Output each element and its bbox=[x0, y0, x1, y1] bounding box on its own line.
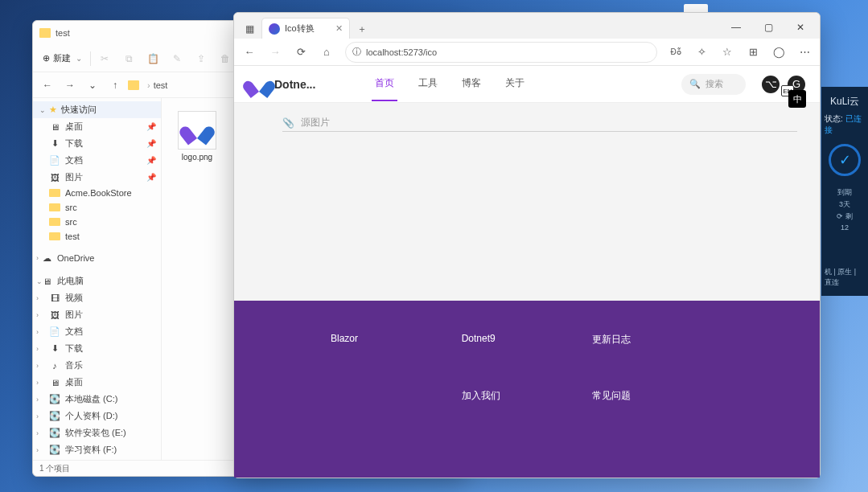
tab-close-button[interactable]: ✕ bbox=[335, 23, 343, 34]
footer-link-join[interactable]: 加入我们 bbox=[462, 389, 593, 445]
close-button[interactable]: ✕ bbox=[784, 16, 817, 39]
sidebar-section-quick[interactable]: ⌄★ 快速访问 bbox=[33, 101, 161, 118]
page-footer: Blazor Dotnet9 更新日志 加入我们 常见问题 bbox=[234, 301, 820, 478]
status-ring-icon[interactable]: ✓ bbox=[829, 144, 861, 176]
share-button[interactable]: ⇪ bbox=[191, 48, 212, 69]
sidebar-item-folder[interactable]: Acme.BookStore bbox=[33, 186, 161, 200]
sidebar-item-folder[interactable]: src bbox=[33, 215, 161, 229]
search-icon: 🔍 bbox=[689, 79, 701, 89]
search-placeholder: 搜索 bbox=[706, 78, 723, 90]
sidebar-item-drive-g[interactable]: ›💿CD 驱动器 (G:) bbox=[33, 458, 161, 460]
tab-favicon bbox=[269, 23, 280, 35]
footer-link-dotnet9[interactable]: Dotnet9 bbox=[462, 333, 593, 389]
footer-link-faq[interactable]: 常见问题 bbox=[592, 389, 723, 445]
sidebar-item-drive-c[interactable]: ›💽本地磁盘 (C:) bbox=[33, 391, 161, 408]
sidebar-item-music[interactable]: ›♪音乐 bbox=[33, 357, 161, 374]
sidebar-item-drive-e[interactable]: ›💽软件安装包 (E:) bbox=[33, 424, 161, 441]
nav-back[interactable]: ← bbox=[237, 42, 261, 63]
nav-back[interactable]: ← bbox=[38, 76, 57, 95]
sidebar-item-downloads[interactable]: ›⬇下载 bbox=[33, 340, 161, 357]
window-title: test bbox=[56, 28, 70, 38]
brand-text: Dotne... bbox=[274, 78, 315, 91]
nav-recent[interactable]: ⌄ bbox=[83, 76, 102, 95]
nav-up[interactable]: ↑ bbox=[105, 76, 125, 95]
cut-button[interactable]: ✂ bbox=[94, 48, 115, 69]
github-icon[interactable]: ⌥ bbox=[762, 76, 780, 93]
sidebar-item-folder[interactable]: src bbox=[33, 200, 161, 215]
nav-forward[interactable]: → bbox=[263, 42, 287, 63]
drop-label: 源图片 bbox=[301, 116, 330, 129]
folder-icon bbox=[128, 80, 139, 90]
sidebar-section-thispc[interactable]: ⌄🖥此电脑 bbox=[33, 273, 161, 289]
vpn-side-panel: KuLi云 状态: 已连接 ✓ 到期 3天 ⟳ 剩 12 机 | 原生 | 直连 bbox=[821, 87, 868, 296]
nav-tools[interactable]: 工具 bbox=[415, 67, 441, 101]
sidebar-section-onedrive[interactable]: ›☁OneDrive bbox=[33, 250, 161, 266]
sidebar-item-documents[interactable]: 📄文档📌 bbox=[33, 152, 161, 169]
panel-title: KuLi云 bbox=[830, 95, 859, 109]
url-text: localhost:5273/ico bbox=[366, 47, 437, 57]
panel-meta-2: ⟳ 剩 12 bbox=[837, 211, 853, 232]
panel-meta: 到期 3天 bbox=[837, 187, 852, 210]
sidebar-item-desktop[interactable]: ›🖥桌面 bbox=[33, 374, 161, 391]
sidebar-item-downloads[interactable]: ⬇下载📌 bbox=[33, 135, 161, 152]
sidebar-item-desktop[interactable]: 🖥桌面📌 bbox=[33, 118, 161, 135]
collections-button[interactable]: ⊞ bbox=[741, 42, 765, 63]
tab-title: Ico转换 bbox=[285, 23, 315, 35]
sidebar-item-documents[interactable]: ›📄文档 bbox=[33, 323, 161, 340]
maximize-button[interactable]: ▢ bbox=[752, 16, 784, 39]
footer-link-blazor[interactable]: Blazor bbox=[331, 333, 462, 389]
address-bar[interactable]: ⓘ localhost:5273/ico bbox=[345, 42, 657, 63]
file-thumbnail bbox=[178, 111, 216, 150]
rename-button[interactable]: ✎ bbox=[167, 48, 187, 69]
site-info-icon[interactable]: ⓘ bbox=[352, 46, 361, 58]
page-content: Dotne... 首页 工具 博客 关于 🔍 搜索 ⌥ G EN 中 📎 源图片 bbox=[234, 66, 820, 478]
sidebar-item-drive-f[interactable]: ›💽学习资料 (F:) bbox=[33, 441, 161, 458]
browser-toolbar: ← → ⟳ ⌂ ⓘ localhost:5273/ico Đỗ ✧ ☆ ⊞ ◯ … bbox=[234, 39, 820, 66]
panel-links[interactable]: 机 | 原生 | 直连 bbox=[825, 267, 865, 288]
logo-icon bbox=[249, 76, 269, 93]
read-aloud-button[interactable]: Đỗ bbox=[664, 42, 688, 63]
attachment-icon: 📎 bbox=[282, 117, 294, 129]
new-menu[interactable]: ⊕ 新建 bbox=[38, 48, 87, 69]
new-tab-button[interactable]: ＋ bbox=[350, 19, 374, 39]
copy-button[interactable]: ⧉ bbox=[118, 48, 139, 69]
more-button[interactable]: ⋯ bbox=[792, 42, 817, 63]
site-brand[interactable]: Dotne... bbox=[249, 76, 315, 93]
explorer-sidebar: ⌄★ 快速访问 🖥桌面📌 ⬇下载📌 📄文档📌 🖼图片📌 Acme.BookSto… bbox=[33, 98, 162, 460]
panel-status: 状态: 已连接 bbox=[825, 113, 865, 136]
browser-tabstrip: ▦ Ico转换 ✕ ＋ ― ▢ ✕ bbox=[234, 13, 820, 39]
tab-actions-button[interactable]: ▦ bbox=[237, 19, 261, 39]
lang-badge-zh[interactable]: 中 bbox=[788, 90, 806, 108]
sidebar-item-drive-d[interactable]: ›💽个人资料 (D:) bbox=[33, 408, 161, 424]
footer-link-changelog[interactable]: 更新日志 bbox=[592, 333, 723, 389]
nav-home[interactable]: 首页 bbox=[372, 67, 397, 101]
page-header: Dotne... 首页 工具 博客 关于 🔍 搜索 ⌥ G bbox=[234, 66, 820, 103]
browser-tab[interactable]: Ico转换 ✕ bbox=[261, 18, 350, 39]
sidebar-item-videos[interactable]: ›🎞视频 bbox=[33, 289, 161, 306]
nav-blog[interactable]: 博客 bbox=[459, 67, 484, 101]
nav-forward[interactable]: → bbox=[60, 76, 80, 95]
breadcrumb-item[interactable]: test bbox=[154, 80, 168, 90]
file-item-logo[interactable]: logo.png bbox=[171, 108, 223, 450]
enhance-button[interactable]: ✧ bbox=[689, 42, 714, 63]
browser-window: ▦ Ico转换 ✕ ＋ ― ▢ ✕ ← → ⟳ ⌂ ⓘ localhost:52… bbox=[233, 12, 821, 478]
sidebar-item-pictures[interactable]: ›🖼图片 bbox=[33, 306, 161, 323]
search-input[interactable]: 🔍 搜索 bbox=[681, 74, 746, 95]
favorite-button[interactable]: ☆ bbox=[715, 42, 739, 63]
sidebar-item-folder[interactable]: test bbox=[33, 229, 161, 244]
nav-home[interactable]: ⌂ bbox=[315, 42, 339, 63]
file-label: logo.png bbox=[182, 153, 212, 162]
folder-icon bbox=[39, 28, 51, 38]
paste-button[interactable]: 📋 bbox=[142, 48, 163, 69]
nav-refresh[interactable]: ⟳ bbox=[289, 42, 313, 63]
minimize-button[interactable]: ― bbox=[720, 16, 752, 39]
nav-about[interactable]: 关于 bbox=[502, 67, 528, 101]
file-drop-area[interactable]: 📎 源图片 bbox=[282, 114, 797, 132]
profile-button[interactable]: ◯ bbox=[767, 42, 791, 63]
sidebar-item-pictures[interactable]: 🖼图片📌 bbox=[33, 169, 161, 186]
main-nav: 首页 工具 博客 关于 bbox=[372, 67, 528, 101]
